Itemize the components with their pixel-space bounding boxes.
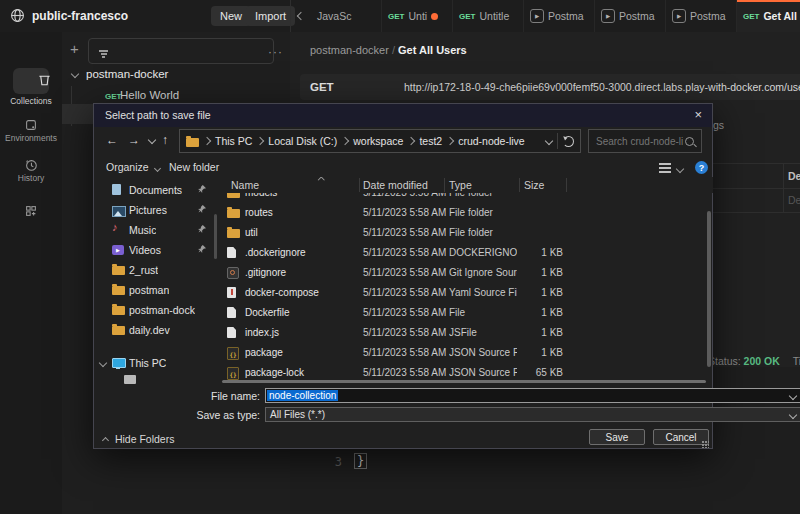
file-row[interactable]: Dockerfile 5/11/2023 5:58 AM File 1 KB — [221, 303, 713, 323]
add-collection-icon[interactable] — [70, 40, 79, 58]
address-segment[interactable]: This PC — [215, 135, 252, 147]
help-icon[interactable] — [695, 161, 708, 174]
file-name: routes — [245, 207, 357, 218]
file-name: .gitignore — [245, 267, 357, 278]
file-name-label: File name: — [160, 390, 260, 402]
dialog-title-bar[interactable]: Select path to save file — [94, 104, 712, 127]
tab-javascript-file[interactable]: JavaSc — [311, 0, 382, 32]
tab-untitled[interactable]: GET Untitle — [453, 0, 524, 32]
new-folder-button[interactable]: New folder — [169, 161, 219, 173]
forward-icon[interactable]: → — [128, 133, 140, 147]
column-divider[interactable] — [444, 178, 445, 192]
hide-folders-button[interactable]: Hide Folders — [103, 433, 174, 445]
file-icon — [227, 327, 236, 338]
file-name: util — [245, 227, 357, 238]
save-file-dialog: Select path to save file ← → ↑ This PC L… — [93, 103, 713, 449]
file-row[interactable]: .gitignore 5/11/2023 5:58 AM Git Ignore … — [221, 263, 713, 283]
breadcrumb-collection[interactable]: postman-docker — [310, 44, 389, 56]
workspace-globe-icon — [10, 8, 25, 23]
new-button[interactable]: New — [211, 6, 251, 26]
url-input[interactable] — [402, 80, 800, 94]
tab-runner-3[interactable]: Postma — [666, 0, 737, 32]
tab-untitled-unsaved[interactable]: GET Unti — [382, 0, 453, 32]
tab-get-all-users[interactable]: GET Get All — [737, 0, 800, 32]
file-row[interactable]: .dockerignore 5/11/2023 5:58 AM DOCKERIG… — [221, 243, 713, 263]
back-icon[interactable]: ← — [106, 133, 118, 147]
tab-runner-1[interactable]: Postma — [524, 0, 595, 32]
file-name: package — [245, 347, 357, 358]
sidebar-item-collections[interactable] — [13, 68, 49, 94]
view-mode-icon[interactable] — [659, 163, 671, 165]
refresh-icon[interactable] — [563, 136, 574, 147]
tabs-scroll-left-icon[interactable] — [291, 0, 311, 32]
sidebar-label-collections: Collections — [0, 96, 62, 106]
file-type: Git Ignore Source ... — [449, 267, 517, 278]
file-row[interactable]: package 5/11/2023 5:58 AM JSON Source Fi… — [221, 343, 713, 363]
file-row[interactable]: routes 5/11/2023 5:58 AM File folder — [221, 203, 713, 223]
file-date: 5/11/2023 5:58 AM — [363, 327, 446, 338]
file-date: 5/11/2023 5:58 AM — [363, 267, 446, 278]
file-list-horizontal-scrollbar[interactable] — [222, 380, 706, 383]
address-segment[interactable]: Local Disk (C:) — [268, 135, 337, 147]
file-list-scrollbar[interactable] — [707, 211, 711, 367]
nav-item-postman-docker[interactable]: postman-docker — [94, 300, 214, 320]
column-divider[interactable] — [519, 178, 520, 192]
import-button[interactable]: Import — [246, 6, 295, 26]
tab-runner-2[interactable]: Postma — [595, 0, 666, 32]
more-actions-icon[interactable] — [268, 42, 283, 60]
column-divider[interactable] — [359, 178, 360, 192]
search-input[interactable] — [594, 135, 685, 148]
nav-item-local-disk-clipped[interactable] — [94, 371, 214, 384]
breadcrumb-separator: / — [392, 44, 395, 56]
resize-grip[interactable] — [702, 441, 709, 448]
url-field[interactable] — [392, 74, 800, 100]
address-segment[interactable]: crud-node-live — [458, 135, 525, 147]
save-type-select[interactable]: All Files (*.*) — [265, 407, 800, 422]
nav-item-2-rust[interactable]: 2_rust — [94, 260, 214, 280]
column-header-size[interactable]: Size — [524, 179, 544, 191]
close-icon[interactable] — [694, 107, 702, 122]
file-row[interactable]: index.js 5/11/2023 5:58 AM JSFile 1 KB — [221, 323, 713, 343]
sidebar-item-environments[interactable] — [0, 118, 62, 132]
column-header-type[interactable]: Type — [449, 179, 472, 191]
nav-pane-scrollbar[interactable] — [214, 214, 217, 259]
cancel-button[interactable]: Cancel — [653, 429, 709, 445]
nav-item-videos[interactable]: Videos — [94, 240, 214, 260]
file-size: 1 KB — [511, 307, 563, 318]
search-box[interactable] — [588, 129, 702, 153]
organize-menu[interactable]: Organize — [106, 161, 160, 173]
videos-icon — [112, 245, 124, 255]
column-divider[interactable] — [566, 178, 567, 192]
nav-item-documents[interactable]: Documents — [94, 180, 214, 200]
save-button[interactable]: Save — [589, 429, 645, 445]
pictures-icon — [112, 206, 126, 217]
address-bar[interactable]: This PC Local Disk (C:) workspace test2 … — [179, 129, 581, 153]
workspace-name[interactable]: public-francesco — [32, 9, 128, 23]
view-mode-dropdown-icon[interactable] — [676, 165, 684, 173]
filter-collections-input[interactable] — [88, 38, 274, 64]
up-icon[interactable]: ↑ — [162, 133, 168, 147]
recent-locations-icon[interactable] — [148, 136, 156, 144]
column-header-date[interactable]: Date modified — [363, 179, 428, 191]
nav-item-this-pc[interactable]: This PC — [94, 353, 214, 373]
address-segment[interactable]: test2 — [419, 135, 442, 147]
collection-tree-item[interactable]: postman-docker — [62, 64, 290, 84]
nav-item-postman[interactable]: postman — [94, 280, 214, 300]
file-row[interactable]: util 5/11/2023 5:58 AM File folder — [221, 223, 713, 243]
file-name-input[interactable]: node-collection — [265, 388, 800, 403]
nav-item-music[interactable]: Music — [94, 220, 214, 240]
sidebar-item-history[interactable] — [0, 158, 62, 172]
environments-icon — [24, 118, 38, 132]
address-dropdown-icon[interactable] — [545, 137, 553, 145]
file-row[interactable]: docker-compose 5/11/2023 5:58 AM Yaml So… — [221, 283, 713, 303]
address-segment[interactable]: workspace — [353, 135, 403, 147]
nav-item-daily-dev[interactable]: daily.dev — [94, 320, 214, 340]
chevron-down-icon — [153, 165, 160, 172]
nav-item-pictures[interactable]: Pictures — [94, 200, 214, 220]
column-header-name[interactable]: Name — [231, 179, 259, 191]
this-pc-icon — [112, 358, 126, 368]
time-label: Time — [793, 355, 800, 367]
method-chip: GET — [105, 92, 121, 101]
save-type-value: All Files (*.*) — [270, 409, 325, 420]
sidebar-item-more-tools[interactable] — [0, 204, 62, 218]
